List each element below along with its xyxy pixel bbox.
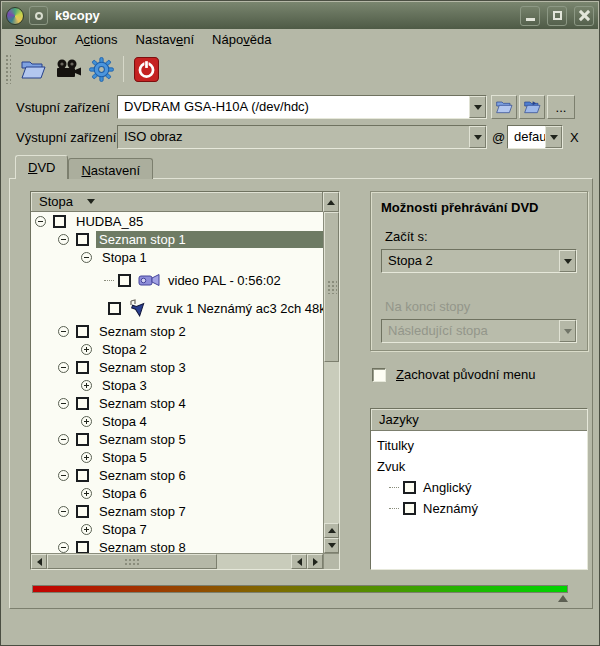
checkbox[interactable] — [53, 215, 66, 228]
speed-combobox[interactable]: default — [507, 125, 563, 149]
start-title-combobox[interactable]: Stopa 2 — [381, 249, 577, 273]
collapse-icon[interactable] — [58, 542, 69, 553]
collapse-icon[interactable] — [58, 470, 69, 481]
languages-header[interactable]: Jazyky — [371, 409, 587, 431]
checkbox[interactable] — [76, 469, 89, 482]
expand-icon[interactable] — [81, 488, 92, 499]
window-menu-button[interactable] — [29, 6, 48, 25]
list-item[interactable]: Anglický — [371, 477, 587, 498]
expand-icon[interactable] — [81, 344, 92, 355]
tree-row[interactable]: HUDBA_85 — [31, 212, 323, 230]
collapse-icon[interactable] — [58, 326, 69, 337]
tree-row[interactable]: Stopa 4 — [31, 412, 323, 430]
tree-row[interactable]: Seznam stop 5 — [31, 430, 323, 448]
tree-row[interactable]: Seznam stop 7 — [31, 502, 323, 520]
start-title-dropdown-button[interactable] — [559, 250, 576, 272]
chevron-down-icon — [474, 105, 482, 110]
speed-dropdown-button[interactable] — [545, 126, 562, 148]
collapse-icon[interactable] — [58, 506, 69, 517]
checkbox[interactable] — [108, 302, 121, 315]
horizontal-scrollbar[interactable] — [31, 553, 323, 569]
vertical-scrollbar-thumb[interactable] — [324, 212, 339, 362]
close-button[interactable] — [574, 6, 594, 26]
checkbox[interactable] — [76, 233, 89, 246]
tab-dvd[interactable]: DVD — [15, 155, 68, 179]
tree-row[interactable]: Seznam stop 2 — [31, 322, 323, 340]
browse-button[interactable]: ... — [547, 95, 575, 119]
hscroll-left-button-2[interactable] — [291, 554, 307, 569]
expand-icon[interactable] — [81, 452, 92, 463]
input-device-combobox[interactable]: DVDRAM GSA-H10A (/dev/hdc) — [117, 95, 487, 119]
tree-row[interactable]: Stopa 5 — [31, 448, 323, 466]
collapse-icon[interactable] — [81, 252, 92, 263]
hscroll-right-button[interactable] — [307, 554, 323, 569]
tree-column-header[interactable]: Stopa — [31, 192, 323, 212]
toolbar-drag-handle[interactable] — [5, 54, 11, 84]
horizontal-scrollbar-thumb[interactable] — [47, 554, 217, 569]
tab-nastaveni[interactable]: Nastavení — [68, 158, 153, 179]
vscroll-up-button-bottom[interactable] — [324, 523, 339, 538]
open-folder-button[interactable] — [491, 95, 517, 119]
checkbox[interactable] — [76, 397, 89, 410]
checkbox[interactable] — [118, 274, 131, 287]
checkbox[interactable] — [76, 361, 89, 374]
maximize-button[interactable] — [547, 6, 567, 26]
open-iso-button[interactable] — [519, 95, 545, 119]
output-device-combobox[interactable]: ISO obraz — [117, 125, 487, 149]
expand-icon[interactable] — [81, 416, 92, 427]
checkbox[interactable] — [76, 325, 89, 338]
collapse-icon[interactable] — [58, 398, 69, 409]
window-title: k9copy — [53, 8, 513, 23]
collapse-icon[interactable] — [58, 234, 69, 245]
checkbox[interactable] — [76, 505, 89, 518]
horizontal-scrollbar-track[interactable] — [217, 554, 291, 569]
input-device-dropdown-button[interactable] — [469, 96, 486, 118]
collapse-icon[interactable] — [58, 362, 69, 373]
checkbox[interactable] — [76, 541, 89, 554]
menu-actions[interactable]: Actions — [66, 30, 127, 49]
menu-napoveda[interactable]: Nápověda — [203, 30, 280, 49]
keep-menus-checkbox[interactable] — [372, 368, 386, 382]
menubar: Soubor Actions Nastavení Nápověda — [2, 29, 598, 49]
open-dvd-button[interactable] — [18, 54, 48, 84]
tree-row[interactable]: Stopa 3 — [31, 376, 323, 394]
tree-row[interactable]: Stopa 6 — [31, 484, 323, 502]
speed-value: default — [508, 126, 545, 148]
vscroll-down-button[interactable] — [324, 538, 339, 553]
vscroll-up-button[interactable] — [323, 192, 339, 212]
settings-button[interactable] — [86, 54, 116, 84]
checkbox[interactable] — [76, 433, 89, 446]
expand-icon[interactable] — [81, 380, 92, 391]
end-of-title-value: Následující stopa — [382, 320, 559, 342]
list-item[interactable]: Titulky — [371, 435, 587, 456]
tree-row[interactable]: Seznam stop 8 — [31, 538, 323, 553]
vertical-scrollbar-track[interactable] — [324, 362, 339, 523]
tree-row[interactable]: video PAL - 0:56:02 — [31, 266, 323, 294]
close-icon — [579, 10, 590, 21]
minimize-button[interactable] — [520, 6, 540, 26]
hscroll-left-button[interactable] — [31, 554, 47, 569]
tree-row[interactable]: Stopa 1 — [31, 248, 323, 266]
checkbox[interactable] — [403, 481, 416, 494]
checkbox[interactable] — [403, 502, 416, 515]
tree-row-selected[interactable]: Seznam stop 1 — [31, 230, 323, 248]
keep-menus-row[interactable]: Zachovat původní menu — [372, 367, 588, 382]
tree-row[interactable]: zvuk 1 Neznámý ac3 2ch 48kH — [31, 294, 323, 322]
menu-nastaveni[interactable]: Nastavení — [127, 30, 204, 49]
list-item[interactable]: Neznámý — [371, 498, 587, 519]
tree-row[interactable]: Seznam stop 6 — [31, 466, 323, 484]
dvd-video-button[interactable] — [52, 54, 82, 84]
tree-row[interactable]: Stopa 7 — [31, 520, 323, 538]
tree-row[interactable]: Seznam stop 3 — [31, 358, 323, 376]
menu-soubor[interactable]: Soubor — [6, 30, 66, 49]
titlebar[interactable]: k9copy — [2, 2, 598, 29]
tree-row[interactable]: Seznam stop 4 — [31, 394, 323, 412]
expand-icon[interactable] — [81, 524, 92, 535]
output-device-dropdown-button[interactable] — [469, 126, 486, 148]
quit-button[interactable] — [131, 54, 161, 84]
tree-row[interactable]: Stopa 2 — [31, 340, 323, 358]
collapse-icon[interactable] — [35, 216, 46, 227]
list-item[interactable]: Zvuk — [371, 456, 587, 477]
vertical-scrollbar[interactable] — [323, 212, 339, 553]
collapse-icon[interactable] — [58, 434, 69, 445]
